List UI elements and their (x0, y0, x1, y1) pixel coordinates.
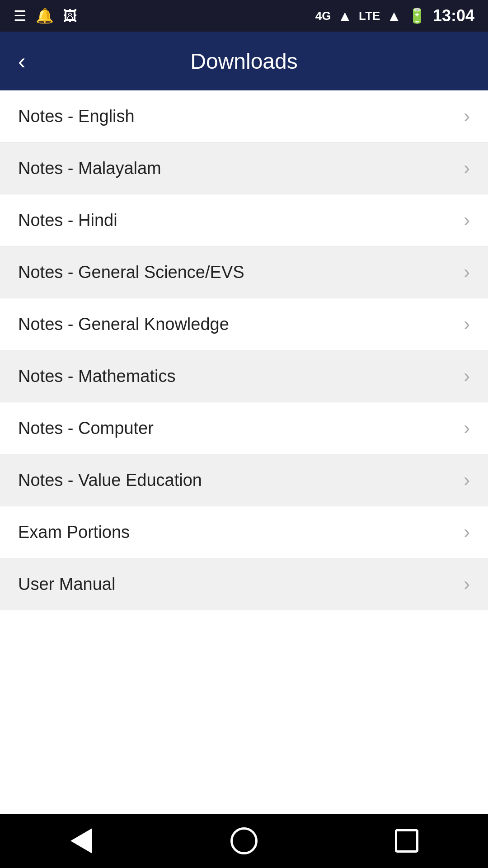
chevron-right-icon: › (464, 105, 470, 127)
list-item-label: Notes - Value Education (18, 471, 202, 490)
list-item[interactable]: Notes - Computer› (0, 402, 488, 454)
downloads-list: Notes - English›Notes - Malayalam›Notes … (0, 90, 488, 814)
status-bar-right: 4G ▲ LTE ▲ 🔋 13:04 (315, 6, 474, 25)
list-item[interactable]: Notes - Hindi› (0, 194, 488, 246)
list-item[interactable]: Notes - English› (0, 90, 488, 142)
nav-home-button[interactable] (226, 823, 262, 859)
chevron-right-icon: › (464, 157, 470, 179)
lte-label: LTE (359, 9, 380, 23)
list-item[interactable]: Exam Portions› (0, 506, 488, 558)
status-bar: ☰ 🔔 🖼 4G ▲ LTE ▲ 🔋 13:04 (0, 0, 488, 32)
back-triangle-icon (70, 828, 92, 854)
list-item-label: Notes - English (18, 107, 135, 126)
list-item-label: Notes - Mathematics (18, 367, 175, 386)
signal-icon: ▲ (338, 8, 352, 24)
menu-icon: ☰ (14, 7, 27, 24)
list-item-label: User Manual (18, 575, 115, 594)
back-button[interactable]: ‹ (18, 50, 26, 72)
chevron-right-icon: › (464, 521, 470, 543)
list-item-label: Notes - Computer (18, 419, 154, 438)
nav-recents-button[interactable] (389, 823, 425, 859)
chevron-right-icon: › (464, 261, 470, 283)
battery-icon: 🔋 (408, 7, 426, 24)
list-item-label: Notes - Hindi (18, 211, 117, 230)
list-item-label: Notes - General Science/EVS (18, 263, 244, 282)
list-item-label: Notes - Malayalam (18, 159, 161, 178)
chevron-right-icon: › (464, 417, 470, 439)
list-item[interactable]: Notes - General Science/EVS› (0, 246, 488, 298)
network-label: 4G (315, 9, 331, 23)
header: ‹ Downloads (0, 32, 488, 90)
status-time: 13:04 (433, 6, 474, 25)
signal-icon-2: ▲ (387, 8, 401, 24)
chevron-right-icon: › (464, 573, 470, 595)
list-item[interactable]: Notes - Mathematics› (0, 350, 488, 402)
list-item[interactable]: Notes - General Knowledge› (0, 298, 488, 350)
bottom-navigation (0, 814, 488, 868)
list-item[interactable]: Notes - Value Education› (0, 454, 488, 506)
chevron-right-icon: › (464, 313, 470, 335)
image-icon: 🖼 (63, 8, 77, 24)
list-item[interactable]: User Manual› (0, 558, 488, 610)
notification-icon: 🔔 (36, 7, 54, 24)
recents-square-icon (395, 829, 418, 853)
chevron-right-icon: › (464, 209, 470, 231)
home-circle-icon (230, 827, 258, 854)
chevron-right-icon: › (464, 365, 470, 387)
list-item[interactable]: Notes - Malayalam› (0, 142, 488, 194)
chevron-right-icon: › (464, 469, 470, 491)
page-title: Downloads (190, 49, 297, 74)
nav-back-button[interactable] (63, 823, 99, 859)
list-item-label: Notes - General Knowledge (18, 315, 229, 334)
list-item-label: Exam Portions (18, 523, 130, 542)
status-bar-left: ☰ 🔔 🖼 (14, 7, 77, 24)
